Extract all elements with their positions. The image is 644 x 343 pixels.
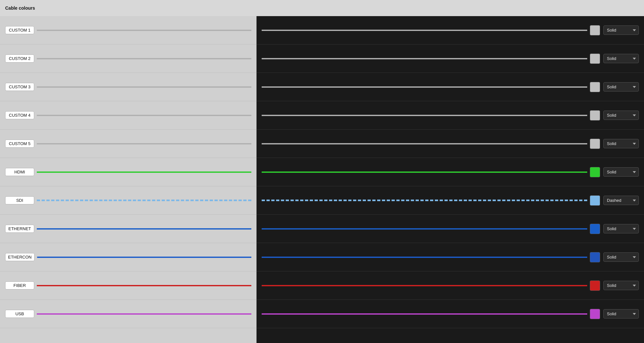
cable-line-right-custom5 xyxy=(262,143,587,144)
title-bar: Cable colours xyxy=(0,0,644,16)
cable-line-right-usb xyxy=(262,313,587,315)
right-panel: SolidDashedDottedSolidDashedDottedSolidD… xyxy=(257,16,644,343)
cable-line-right-hdmi xyxy=(262,172,587,173)
style-select-ethernet[interactable]: SolidDashedDotted xyxy=(603,224,639,233)
right-row-sdi: SolidDashedDotted xyxy=(257,186,644,215)
left-panel: CUSTOM 1CUSTOM 2CUSTOM 3CUSTOM 4CUSTOM 5… xyxy=(0,16,257,343)
style-select-hdmi[interactable]: SolidDashedDotted xyxy=(603,167,639,177)
left-row-sdi: SDI xyxy=(0,186,257,215)
left-row-custom2: CUSTOM 2 xyxy=(0,44,257,73)
style-select-ethercon[interactable]: SolidDashedDotted xyxy=(603,252,639,262)
left-row-fiber: FIBER xyxy=(0,271,257,300)
page-title: Cable colours xyxy=(5,5,35,11)
cable-label-custom1: CUSTOM 1 xyxy=(5,26,34,34)
cable-label-custom4: CUSTOM 4 xyxy=(5,111,34,119)
cable-line-left-custom3 xyxy=(37,86,251,88)
left-row-usb: USB xyxy=(0,300,257,328)
cable-label-ethercon: ETHERCON xyxy=(5,253,35,261)
cable-line-right-custom1 xyxy=(262,30,587,31)
cable-line-left-usb xyxy=(37,313,251,315)
right-row-ethernet: SolidDashedDotted xyxy=(257,215,644,243)
cable-line-left-custom1 xyxy=(37,30,251,31)
color-swatch-custom4[interactable] xyxy=(590,110,600,121)
cable-label-hdmi: HDMI xyxy=(5,168,34,176)
left-row-custom1: CUSTOM 1 xyxy=(0,16,257,44)
cable-line-left-hdmi xyxy=(37,172,251,173)
style-select-usb[interactable]: SolidDashedDotted xyxy=(603,309,639,318)
style-select-sdi[interactable]: SolidDashedDotted xyxy=(603,196,639,205)
cable-label-custom3: CUSTOM 3 xyxy=(5,83,34,91)
cable-label-ethernet: ETHERNET xyxy=(5,225,34,233)
color-swatch-custom3[interactable] xyxy=(590,82,600,92)
color-swatch-custom1[interactable] xyxy=(590,25,600,35)
left-row-ethercon: ETHERCON xyxy=(0,243,257,271)
style-select-custom4[interactable]: SolidDashedDotted xyxy=(603,111,639,120)
cable-line-left-ethercon xyxy=(37,257,251,258)
cable-label-sdi: SDI xyxy=(5,196,34,204)
main-content: CUSTOM 1CUSTOM 2CUSTOM 3CUSTOM 4CUSTOM 5… xyxy=(0,16,644,343)
cable-line-right-custom3 xyxy=(262,86,587,88)
right-row-hdmi: SolidDashedDotted xyxy=(257,158,644,186)
cable-line-left-custom2 xyxy=(37,58,251,59)
right-row-custom1: SolidDashedDotted xyxy=(257,16,644,44)
style-select-custom1[interactable]: SolidDashedDotted xyxy=(603,25,639,35)
cable-label-custom2: CUSTOM 2 xyxy=(5,54,34,63)
right-row-custom5: SolidDashedDotted xyxy=(257,130,644,158)
cable-line-right-sdi xyxy=(262,200,587,201)
color-swatch-ethernet[interactable] xyxy=(590,224,600,234)
right-row-fiber: SolidDashedDotted xyxy=(257,271,644,300)
left-row-ethernet: ETHERNET xyxy=(0,215,257,243)
style-select-custom3[interactable]: SolidDashedDotted xyxy=(603,82,639,92)
right-row-ethercon: SolidDashedDotted xyxy=(257,243,644,271)
cable-line-left-ethernet xyxy=(37,228,251,230)
color-swatch-usb[interactable] xyxy=(590,309,600,319)
color-swatch-custom2[interactable] xyxy=(590,54,600,64)
color-swatch-sdi[interactable] xyxy=(590,195,600,206)
color-swatch-fiber[interactable] xyxy=(590,280,600,291)
cable-label-custom5: CUSTOM 5 xyxy=(5,140,34,148)
cable-line-right-custom2 xyxy=(262,58,587,59)
cable-line-left-fiber xyxy=(37,285,251,286)
left-row-custom5: CUSTOM 5 xyxy=(0,130,257,158)
style-select-custom2[interactable]: SolidDashedDotted xyxy=(603,54,639,63)
color-swatch-custom5[interactable] xyxy=(590,139,600,149)
left-row-hdmi: HDMI xyxy=(0,158,257,186)
left-row-custom4: CUSTOM 4 xyxy=(0,101,257,130)
left-row-custom3: CUSTOM 3 xyxy=(0,73,257,101)
right-row-custom2: SolidDashedDotted xyxy=(257,44,644,73)
cable-line-left-sdi xyxy=(37,200,251,201)
cable-line-right-ethernet xyxy=(262,228,587,230)
right-row-custom4: SolidDashedDotted xyxy=(257,101,644,130)
color-swatch-ethercon[interactable] xyxy=(590,252,600,262)
cable-line-left-custom4 xyxy=(37,115,251,116)
cable-line-right-custom4 xyxy=(262,115,587,116)
cable-label-fiber: FIBER xyxy=(5,281,34,289)
right-row-custom3: SolidDashedDotted xyxy=(257,73,644,101)
right-row-usb: SolidDashedDotted xyxy=(257,300,644,328)
style-select-custom5[interactable]: SolidDashedDotted xyxy=(603,139,639,148)
cable-line-left-custom5 xyxy=(37,143,251,144)
color-swatch-hdmi[interactable] xyxy=(590,167,600,177)
cable-line-right-fiber xyxy=(262,285,587,286)
cable-line-right-ethercon xyxy=(262,257,587,258)
cable-label-usb: USB xyxy=(5,310,34,318)
style-select-fiber[interactable]: SolidDashedDotted xyxy=(603,281,639,290)
